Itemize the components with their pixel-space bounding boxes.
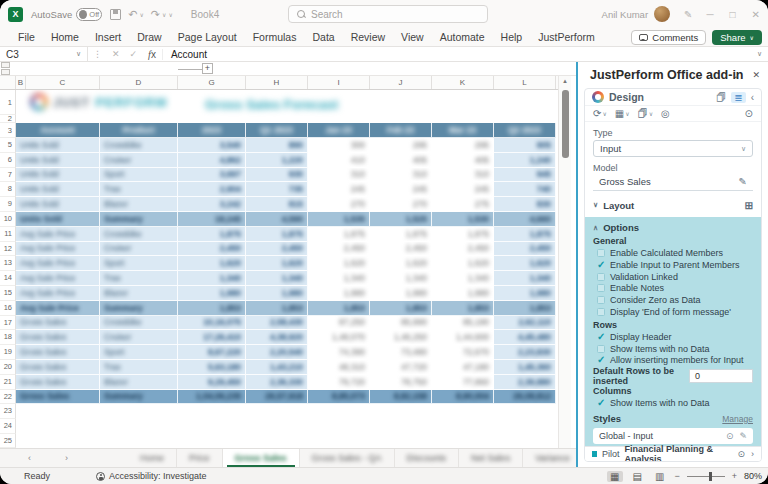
row-header-20[interactable]: 20 xyxy=(0,360,16,375)
formula-bar-dots-icon[interactable]: ⋮ xyxy=(88,49,107,59)
table-cell[interactable]: 4,38,920 xyxy=(246,330,308,345)
table-cell[interactable]: Avg Sale Price xyxy=(16,242,100,257)
table-cell[interactable]: 1,04,06,235 xyxy=(178,390,246,405)
table-cell[interactable]: 275 xyxy=(432,197,494,212)
table-cell[interactable]: 815 xyxy=(246,197,308,212)
taskpane-close-icon[interactable]: ✕ xyxy=(752,70,760,80)
outline-expand-button[interactable]: + xyxy=(202,63,213,74)
table-cell[interactable]: 47,180 xyxy=(432,360,494,375)
table-row[interactable]: Gross SalesSummary1,04,06,23526,57,9188,… xyxy=(16,390,556,405)
column-header-L[interactable]: L xyxy=(494,76,556,89)
row-header-6[interactable]: 6 xyxy=(0,153,16,168)
style-view-icon[interactable]: ⊙ xyxy=(726,431,734,441)
checkbox-checked-icon[interactable] xyxy=(597,399,605,407)
table-cell[interactable]: 405 xyxy=(432,153,494,168)
menu-item-file[interactable]: File xyxy=(10,31,43,43)
style-item-global-input[interactable]: Global - Input ⊙ ✎ xyxy=(593,428,753,444)
zoom-level[interactable]: 80% xyxy=(744,471,762,481)
table-cell[interactable]: 3,540 xyxy=(178,138,246,153)
row-header-21[interactable]: 21 xyxy=(0,375,16,390)
menu-item-automate[interactable]: Automate xyxy=(432,31,493,43)
select-all-corner[interactable] xyxy=(0,76,16,89)
table-cell[interactable]: 18,245 xyxy=(178,212,246,227)
option-row[interactable]: Allow inserting members for Input xyxy=(593,354,753,366)
table-cell[interactable]: Avg Sale Price xyxy=(16,256,100,271)
checkbox-checked-icon[interactable] xyxy=(597,261,605,269)
zoom-out-button[interactable]: − xyxy=(674,471,679,481)
option-row[interactable]: Enable Input to Parent Members xyxy=(593,259,753,271)
table-cell[interactable]: 1,875 xyxy=(494,227,556,242)
row-header-17[interactable]: 17 xyxy=(0,316,16,331)
taskpane-menu-chevron-icon[interactable]: ⌄ xyxy=(732,70,740,80)
table-cell[interactable]: 295 xyxy=(432,138,494,153)
menu-item-help[interactable]: Help xyxy=(493,31,531,43)
table-cell[interactable]: 295 xyxy=(370,138,432,153)
table-cell[interactable]: Gross Sales xyxy=(16,375,100,390)
checkbox-unchecked-icon[interactable] xyxy=(597,345,605,353)
table-row[interactable]: Avg Sale PriceTrax1,3401,3401,3401,3401,… xyxy=(16,271,556,286)
table-cell[interactable]: Trax xyxy=(100,182,178,197)
table-cell[interactable]: Gross Sales xyxy=(16,390,100,405)
table-cell[interactable]: 1,44,600 xyxy=(432,330,494,345)
checkbox-unchecked-icon[interactable] xyxy=(597,249,605,257)
page-break-view-button[interactable]: ▥ xyxy=(652,471,667,482)
table-cell[interactable]: 8,90,004 xyxy=(432,390,494,405)
undo-icon[interactable]: ↶ xyxy=(128,8,137,21)
column-header-B[interactable]: B xyxy=(16,76,26,89)
outline-level-1-button[interactable] xyxy=(1,62,10,68)
grid-body[interactable]: 1235678910111213141516171819202122232425… xyxy=(0,90,558,467)
manage-styles-link[interactable]: Manage xyxy=(722,414,753,424)
table-cell[interactable]: 48,310 xyxy=(308,360,370,375)
table-cell[interactable]: 1,48,070 xyxy=(308,330,370,345)
option-row[interactable]: Enable Calculated Members xyxy=(593,247,753,259)
table-cell[interactable]: 1,620 xyxy=(246,256,308,271)
table-cell[interactable]: Avg Sale Price xyxy=(16,286,100,301)
model-field[interactable]: Gross Sales ✎ xyxy=(593,175,753,191)
column-header-D[interactable]: D xyxy=(100,76,178,89)
undo-chevron-icon[interactable]: ∨ xyxy=(139,11,143,18)
table-cell[interactable]: 2,62,110 xyxy=(494,316,556,331)
zoom-in-button[interactable]: + xyxy=(732,471,737,481)
checkbox-unchecked-icon[interactable] xyxy=(597,296,605,304)
row-header-11[interactable]: 11 xyxy=(0,227,16,242)
row-header-18[interactable]: 18 xyxy=(0,330,16,345)
table-row[interactable]: Avg Sale PriceBlazer1,9801,9801,9801,980… xyxy=(16,286,556,301)
row-header-25[interactable]: 25 xyxy=(0,434,16,449)
default-rows-input[interactable]: 0 xyxy=(689,369,753,383)
table-cell[interactable]: Units Sold xyxy=(16,212,100,227)
normal-view-button[interactable]: ▦ xyxy=(607,471,622,482)
option-row[interactable]: Display 'End of form message' xyxy=(593,306,753,318)
table-cell[interactable]: 1,340 xyxy=(246,271,308,286)
menu-item-data[interactable]: Data xyxy=(304,31,342,43)
option-row[interactable]: Enable Notes xyxy=(593,282,753,294)
table-cell[interactable]: 8,67,220 xyxy=(178,345,246,360)
table-cell[interactable]: 26,08,812 xyxy=(494,390,556,405)
row-header-16[interactable]: 16 xyxy=(0,301,16,316)
table-cell[interactable]: 87,250 xyxy=(308,316,370,331)
table-cell[interactable]: 2,450 xyxy=(246,242,308,257)
save-icon[interactable] xyxy=(110,9,121,20)
table-cell[interactable]: 85,190 xyxy=(432,316,494,331)
table-cell[interactable]: 2,36,330 xyxy=(246,375,308,390)
table-cell[interactable]: 1,340 xyxy=(370,271,432,286)
sheet-tab-discounts[interactable]: Discounts xyxy=(395,449,460,467)
table-cell[interactable]: 78,750 xyxy=(370,375,432,390)
table-cell[interactable]: Summary xyxy=(100,301,178,316)
table-cell[interactable]: 405 xyxy=(370,153,432,168)
table-row[interactable]: Avg Sale PriceSummary1,8531,8531,8531,85… xyxy=(16,301,556,316)
table-cell[interactable]: Cruiser xyxy=(100,330,178,345)
table-cell[interactable]: 1,620 xyxy=(370,256,432,271)
table-cell[interactable]: 1,980 xyxy=(370,286,432,301)
zoom-slider-thumb[interactable] xyxy=(709,472,712,481)
table-cell[interactable]: 1,980 xyxy=(494,286,556,301)
pen-mode-icon[interactable]: ✎ xyxy=(684,9,692,20)
table-cell[interactable]: 1,620 xyxy=(308,256,370,271)
table-cell[interactable]: 2,450 xyxy=(308,242,370,257)
checkbox-checked-icon[interactable] xyxy=(597,356,605,364)
option-row[interactable]: Consider Zero as Data xyxy=(593,294,753,306)
table-cell[interactable]: 77,860 xyxy=(432,375,494,390)
excel-app-icon[interactable]: X xyxy=(8,7,23,22)
table-cell[interactable]: 2,39,880 xyxy=(494,375,556,390)
menu-item-formulas[interactable]: Formulas xyxy=(245,31,305,43)
sheet-tab-net-sales[interactable]: Net Sales xyxy=(459,449,523,467)
